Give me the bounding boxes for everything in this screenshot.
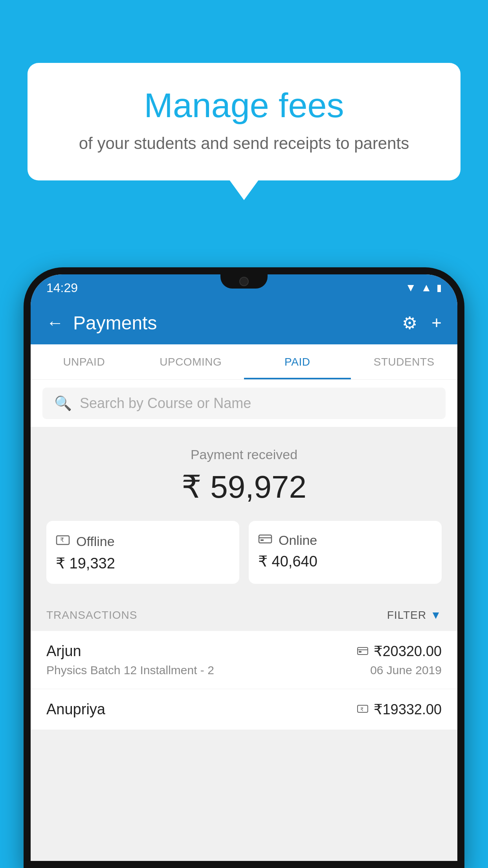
transactions-label: TRANSACTIONS — [46, 609, 137, 622]
wifi-icon: ▼ — [405, 281, 416, 294]
offline-amount: ₹ 19,332 — [56, 555, 230, 572]
online-label: Online — [279, 533, 317, 548]
offline-payment-card: ₹ Offline ₹ 19,332 — [46, 521, 239, 584]
phone-screen: 14:29 ▼ ▲ ▮ ← Payments ⚙ + — [31, 274, 457, 861]
online-amount: ₹ 40,640 — [258, 553, 432, 570]
search-placeholder: Search by Course or Name — [80, 395, 251, 412]
transaction-date-1: 06 June 2019 — [370, 664, 442, 677]
app-bar-left: ← Payments — [46, 312, 157, 334]
offline-label: Offline — [76, 534, 115, 549]
transaction-amount-container-1: ₹20320.00 — [357, 643, 442, 660]
search-container: 🔍 Search by Course or Name — [31, 380, 457, 427]
back-button[interactable]: ← — [46, 314, 64, 331]
offline-payment-icon-2: ₹ — [357, 704, 368, 715]
settings-icon[interactable]: ⚙ — [402, 313, 417, 333]
online-card-header: Online — [258, 533, 432, 548]
filter-label: FILTER — [387, 609, 426, 622]
filter-icon: ▼ — [430, 609, 442, 622]
payment-received-label: Payment received — [46, 447, 442, 462]
speech-bubble-container: Manage fees of your students and send re… — [28, 63, 460, 180]
payment-total-amount: ₹ 59,972 — [46, 469, 442, 505]
transaction-name-2: Anupriya — [46, 701, 105, 718]
svg-text:₹: ₹ — [60, 537, 64, 543]
status-time: 14:29 — [46, 281, 78, 295]
svg-rect-4 — [261, 539, 264, 541]
tab-unpaid[interactable]: UNPAID — [31, 344, 138, 379]
app-bar-right: ⚙ + — [402, 313, 442, 333]
battery-icon: ▮ — [437, 282, 442, 293]
app-bar-title: Payments — [73, 312, 157, 334]
transaction-amount-2: ₹19332.00 — [374, 701, 442, 718]
svg-rect-5 — [358, 647, 368, 655]
add-icon[interactable]: + — [431, 313, 442, 333]
filter-button[interactable]: FILTER ▼ — [387, 609, 442, 622]
payment-cards: ₹ Offline ₹ 19,332 — [46, 521, 442, 584]
svg-rect-7 — [359, 651, 361, 653]
transaction-name-1: Arjun — [46, 643, 81, 660]
online-icon — [258, 533, 272, 548]
search-bar[interactable]: 🔍 Search by Course or Name — [42, 388, 446, 419]
signal-icon: ▲ — [421, 281, 432, 294]
offline-card-header: ₹ Offline — [56, 533, 230, 550]
transaction-row-2: Anupriya ₹ ₹19332.00 — [31, 689, 457, 730]
speech-bubble: Manage fees of your students and send re… — [28, 63, 460, 180]
bubble-subtitle: of your students and send receipts to pa… — [59, 134, 429, 153]
background: Manage fees of your students and send re… — [0, 0, 488, 868]
transactions-header: TRANSACTIONS FILTER ▼ — [31, 600, 457, 631]
tab-upcoming[interactable]: UPCOMING — [138, 344, 244, 379]
transaction-row: Arjun ₹20320.00 — [31, 631, 457, 689]
transactions-list: Arjun ₹20320.00 — [31, 631, 457, 730]
transaction-top-1: Arjun ₹20320.00 — [46, 643, 442, 660]
phone-frame: 14:29 ▼ ▲ ▮ ← Payments ⚙ + — [24, 267, 464, 868]
transaction-detail-1: Physics Batch 12 Installment - 2 — [46, 664, 214, 677]
status-icons: ▼ ▲ ▮ — [405, 281, 442, 294]
bubble-title: Manage fees — [59, 86, 429, 125]
online-payment-card: Online ₹ 40,640 — [249, 521, 442, 584]
svg-rect-2 — [259, 535, 272, 543]
offline-icon: ₹ — [56, 533, 70, 550]
transaction-partial-top-2: Anupriya ₹ ₹19332.00 — [46, 701, 442, 718]
payment-summary: Payment received ₹ 59,972 ₹ — [31, 427, 457, 600]
svg-text:₹: ₹ — [360, 706, 363, 712]
transaction-amount-container-2: ₹ ₹19332.00 — [357, 701, 442, 718]
tab-paid[interactable]: PAID — [244, 344, 351, 379]
transaction-amount-1: ₹20320.00 — [374, 643, 442, 660]
tabs-bar: UNPAID UPCOMING PAID STUDENTS — [31, 344, 457, 380]
search-icon: 🔍 — [54, 395, 72, 412]
transaction-bottom-1: Physics Batch 12 Installment - 2 06 June… — [46, 664, 442, 677]
online-payment-icon-1 — [357, 645, 368, 658]
app-bar: ← Payments ⚙ + — [31, 301, 457, 344]
tab-students[interactable]: STUDENTS — [351, 344, 458, 379]
